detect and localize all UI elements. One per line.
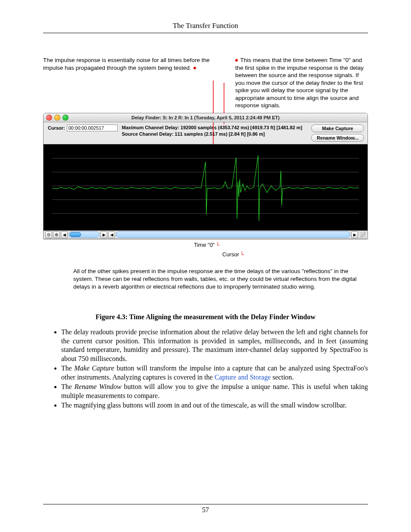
scroll-right-button[interactable]: ▶	[100, 231, 107, 238]
annotation-reflections: All of the other spikes present in the i…	[73, 268, 362, 291]
header-rule	[43, 33, 368, 33]
list-item: The Rename Window button will allow you …	[61, 383, 368, 400]
rename-window-button[interactable]: Rename Window...	[311, 134, 364, 142]
cursor-input[interactable]	[67, 124, 118, 131]
zoom-out-button[interactable]: ⊖	[45, 231, 52, 238]
text: The	[61, 383, 75, 390]
callout-dot	[193, 67, 196, 69]
footer-rule	[43, 504, 368, 504]
maximum-channel-delay: Maximum Channel Delay: 192000 samples (4…	[122, 124, 307, 131]
annotation-text: The impulse response is essentially nois…	[43, 57, 209, 71]
horizontal-scrollbar-thumb[interactable]	[70, 232, 81, 237]
close-icon[interactable]	[46, 115, 52, 121]
list-item: The Make Capture button will transform t…	[61, 364, 368, 382]
link-capture-and-storage[interactable]: Capture and Storage	[215, 373, 271, 381]
callout-label-time-zero: Time "0"└	[194, 242, 220, 248]
annotation-text: This means that the time between Time "0…	[235, 57, 364, 109]
impulse-response-waveform	[52, 144, 359, 232]
main-scrollbar-track[interactable]	[116, 231, 350, 238]
emphasis-make-capture: Make Capture	[74, 364, 114, 372]
text: The	[61, 364, 74, 372]
cursor-label: Cursor:	[48, 125, 65, 131]
text: section.	[271, 373, 294, 381]
scroll-left-button-2[interactable]: ◀	[108, 231, 115, 238]
delay-finder-window: Delay Finder: S: In 2 R: In 1 (Tuesday, …	[43, 113, 368, 239]
horizontal-scrollbar-track[interactable]	[68, 231, 100, 238]
source-channel-delay: Source Channel Delay: 111 samples (2.517…	[122, 131, 307, 137]
minimize-icon[interactable]	[54, 115, 60, 121]
callout-connector-icon: └	[240, 251, 244, 258]
zoom-in-button[interactable]: ⊕	[53, 231, 60, 238]
bullet-list: The delay readouts provide precise infor…	[43, 328, 368, 410]
list-item: The magnifying glass buttons will zoom i…	[61, 401, 368, 410]
callout-text: Cursor	[222, 251, 239, 258]
window-titlebar[interactable]: Delay Finder: S: In 2 R: In 1 (Tuesday, …	[44, 113, 367, 122]
window-title: Delay Finder: S: In 2 R: In 1 (Tuesday, …	[131, 115, 280, 120]
make-capture-button[interactable]: Make Capture	[311, 124, 364, 132]
page-number: 57	[43, 506, 368, 514]
scroll-right-button-2[interactable]: ▶	[351, 231, 358, 238]
callout-label-cursor: Cursor└	[222, 251, 244, 258]
callout-text: Time "0"	[194, 242, 215, 248]
impulse-response-plot[interactable]	[44, 144, 367, 230]
callout-connector-icon: └	[215, 242, 219, 248]
annotation-noise-before-impulse: The impulse response is essentially nois…	[43, 56, 231, 109]
callout-dot	[235, 59, 238, 62]
page-header-title: The Transfer Function	[43, 22, 368, 30]
list-item: The delay readouts provide precise infor…	[61, 328, 368, 363]
emphasis-rename-window: Rename Window	[75, 383, 121, 390]
zoom-icon[interactable]	[62, 115, 68, 121]
window-resize-grip[interactable]	[360, 232, 366, 238]
figure-caption: Figure 4.3: Time Aligning the measuremen…	[43, 313, 368, 321]
annotation-time-zero-delay: This means that the time between Time "0…	[231, 56, 368, 109]
scroll-left-button[interactable]: ◀	[61, 231, 68, 238]
